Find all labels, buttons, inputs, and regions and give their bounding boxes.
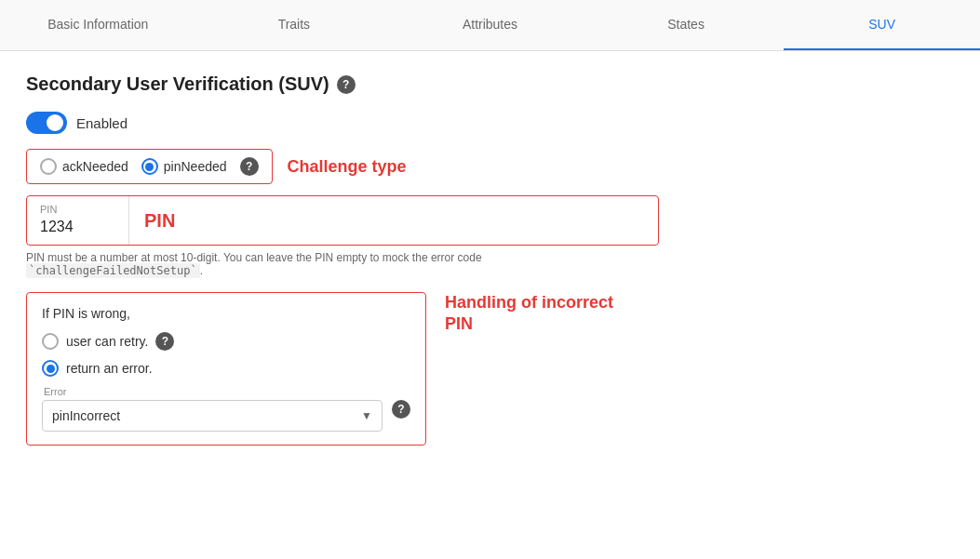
error-select-box: Error pinIncorrect ▼ bbox=[42, 386, 383, 432]
enabled-label: Enabled bbox=[76, 115, 128, 131]
tab-traits[interactable]: Traits bbox=[196, 0, 393, 50]
challenge-type-label: Challenge type bbox=[288, 157, 407, 177]
radio-pin-label: pinNeeded bbox=[164, 159, 227, 174]
error-help-icon[interactable]: ? bbox=[392, 400, 410, 419]
error-select-value: pinIncorrect bbox=[43, 401, 382, 431]
tab-suv[interactable]: SUV bbox=[784, 0, 980, 50]
error-select-row: Error pinIncorrect ▼ ? bbox=[42, 386, 410, 432]
main-content: Secondary User Verification (SUV) ? Enab… bbox=[0, 51, 980, 468]
radio-error-circle[interactable] bbox=[42, 360, 59, 377]
pin-section-label: PIN bbox=[144, 210, 175, 232]
enabled-toggle-row: Enabled bbox=[26, 112, 954, 134]
retry-help-icon[interactable]: ? bbox=[155, 332, 174, 351]
tab-suv-label: SUV bbox=[868, 17, 895, 32]
handling-title: If PIN is wrong, bbox=[42, 306, 410, 321]
enabled-toggle[interactable] bbox=[26, 112, 67, 134]
tab-attributes[interactable]: Attributes bbox=[392, 0, 588, 50]
radio-pin-circle[interactable] bbox=[141, 158, 158, 175]
error-select-wrapper[interactable]: pinIncorrect ▼ bbox=[42, 400, 383, 432]
tab-basic-information-label: Basic Information bbox=[47, 17, 148, 32]
handling-box: If PIN is wrong, user can retry. ? retur… bbox=[26, 292, 426, 446]
handling-row: If PIN is wrong, user can retry. ? retur… bbox=[26, 292, 954, 446]
radio-ack-circle[interactable] bbox=[40, 158, 57, 175]
challenge-type-help-icon[interactable]: ? bbox=[240, 157, 259, 176]
pin-box: PIN 1234 PIN bbox=[26, 195, 659, 246]
tab-traits-label: Traits bbox=[278, 17, 310, 32]
radio-error-row[interactable]: return an error. bbox=[42, 360, 410, 377]
tab-basic-information[interactable]: Basic Information bbox=[0, 0, 196, 50]
radio-error-label: return an error. bbox=[66, 361, 153, 376]
challenge-type-row: ackNeeded pinNeeded ? Challenge type bbox=[26, 149, 954, 184]
pin-field-label: PIN bbox=[40, 204, 115, 215]
pin-left[interactable]: PIN 1234 bbox=[27, 196, 129, 245]
radio-retry-circle[interactable] bbox=[42, 333, 59, 350]
tab-bar: Basic Information Traits Attributes Stat… bbox=[0, 0, 980, 51]
handling-label: Handling of incorrect PIN bbox=[445, 292, 631, 336]
error-label: Error bbox=[42, 386, 383, 397]
radio-ack-needed[interactable]: ackNeeded bbox=[40, 158, 128, 175]
pin-inner: PIN 1234 PIN bbox=[27, 196, 658, 245]
tab-states[interactable]: States bbox=[588, 0, 785, 50]
pin-hint: PIN must be a number at most 10-digit. Y… bbox=[26, 251, 659, 277]
page-title: Secondary User Verification (SUV) bbox=[26, 73, 329, 95]
tab-states-label: States bbox=[667, 17, 705, 32]
radio-ack-label: ackNeeded bbox=[62, 159, 128, 174]
pin-right: PIN bbox=[129, 196, 658, 245]
title-help-icon[interactable]: ? bbox=[337, 75, 356, 94]
challenge-type-box: ackNeeded pinNeeded ? bbox=[26, 149, 273, 184]
pin-hint-code: `challengeFailedNotSetup` bbox=[26, 263, 200, 278]
radio-pin-needed[interactable]: pinNeeded bbox=[141, 158, 227, 175]
radio-retry-row[interactable]: user can retry. ? bbox=[42, 332, 410, 351]
tab-attributes-label: Attributes bbox=[463, 17, 517, 32]
page-title-row: Secondary User Verification (SUV) ? bbox=[26, 73, 954, 95]
pin-value: 1234 bbox=[40, 219, 115, 235]
radio-retry-label: user can retry. bbox=[66, 334, 148, 349]
